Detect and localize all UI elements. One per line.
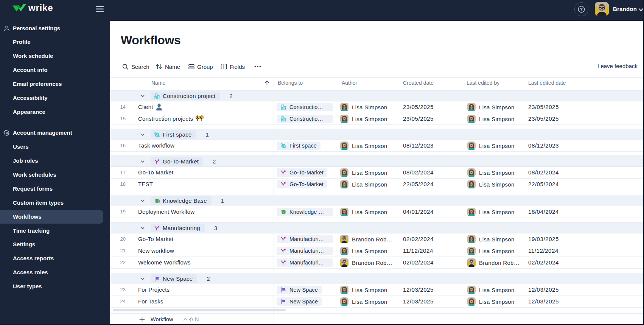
svg-text:?: ? xyxy=(580,7,583,12)
